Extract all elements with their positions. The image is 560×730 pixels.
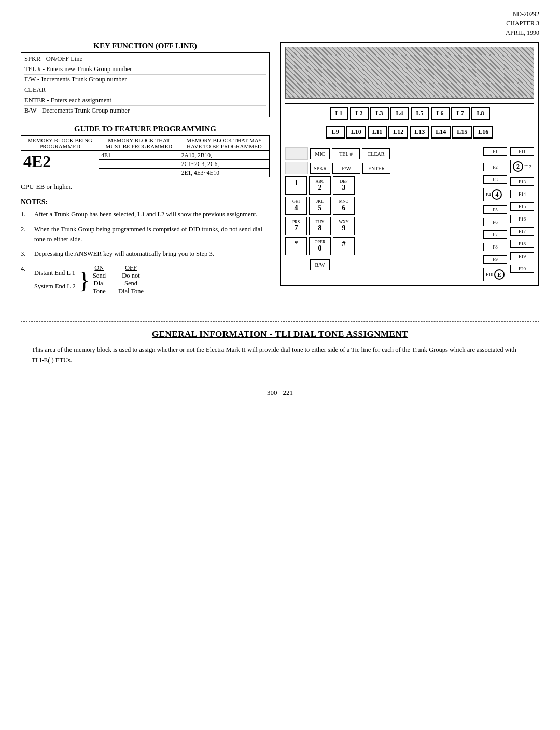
f5-btn[interactable]: F5 [483, 205, 507, 214]
l-btn-10[interactable]: L10 [346, 126, 366, 139]
f6-btn[interactable]: F6 [483, 218, 507, 226]
l-btn-7[interactable]: L7 [451, 107, 470, 120]
l-btn-1[interactable]: L1 [330, 107, 348, 120]
bw-btn[interactable]: B/W [310, 259, 330, 270]
f2-btn[interactable]: F2 [483, 163, 507, 171]
key-4[interactable]: GHI 4 [285, 197, 307, 215]
l-btn-13[interactable]: L13 [410, 126, 429, 139]
fw-btn[interactable]: F/W [332, 163, 360, 174]
f-col-left: F1 F2 F3 F4 4 F5 F6 F7 F8 [483, 147, 507, 281]
l-btn-9[interactable]: L9 [326, 126, 345, 139]
f19-btn[interactable]: F19 [510, 252, 534, 260]
key-0[interactable]: OPER 0 [309, 237, 331, 255]
memory-code: 4E2 [21, 151, 99, 177]
key-function-title: KEY FUNCTION (OFF LINE) [21, 42, 270, 50]
gen-info-title: GENERAL INFORMATION - TLI DIAL TONE ASSI… [32, 329, 528, 339]
cpu-note: CPU-EB or higher. [21, 183, 270, 191]
f15-btn[interactable]: F15 [510, 202, 534, 211]
note-text-0: After a Trunk Group has been selected, L… [34, 210, 257, 219]
kp-numrow4: * OPER 0 # [285, 237, 480, 255]
f13-btn[interactable]: F13 [510, 177, 534, 186]
f4-btn[interactable]: F4 4 [483, 188, 507, 201]
enter-btn[interactable]: ENTER [362, 163, 390, 174]
spkr-btn[interactable]: SPKR [310, 163, 330, 174]
clear-btn[interactable]: CLEAR [362, 148, 390, 159]
note-text-1: When the Trunk Group being programmed is… [34, 225, 270, 244]
note-num-2: 3. [21, 249, 30, 259]
off-line3: Dial Tone [118, 287, 144, 295]
f10-btn[interactable]: F10 E [483, 268, 507, 281]
note-item-1: 2. When the Trunk Group being programmed… [21, 225, 270, 244]
key-star[interactable]: * [285, 237, 307, 255]
notes-section: NOTES: 1. After a Trunk Group has been s… [21, 198, 270, 295]
l-btn-8[interactable]: L8 [471, 107, 490, 120]
f16-btn[interactable]: F16 [510, 215, 534, 223]
l-buttons-row2: L9 L10 L11 L12 L13 L14 L15 L16 [285, 126, 534, 139]
key-hash[interactable]: # [333, 237, 355, 255]
key-3[interactable]: DEF 3 [333, 176, 355, 195]
separator-line1 [285, 103, 534, 104]
f7-btn[interactable]: F7 [483, 230, 507, 239]
note4-num: 4. [21, 265, 30, 273]
phone-body: L1 L2 L3 L4 L5 L6 L7 L8 L9 L10 L11 L12 [280, 42, 539, 286]
key-9[interactable]: WXY 9 [333, 217, 355, 235]
l-buttons-row1: L1 L2 L3 L4 L5 L6 L7 L8 [285, 107, 534, 120]
note4-label2: System End L 2 [34, 280, 76, 293]
f-gap1 [483, 157, 507, 162]
separator-line3 [285, 143, 534, 143]
on-line1: Send [93, 272, 106, 280]
key-2[interactable]: ABC 2 [309, 176, 331, 195]
note4-labels: Distant End L 1 System End L 2 [34, 266, 76, 294]
kf-item-4: ENTER - Enters each assignment [24, 95, 266, 106]
l-btn-16[interactable]: L16 [473, 126, 493, 139]
f-gap8 [483, 252, 507, 254]
l-btn-15[interactable]: L15 [452, 126, 472, 139]
mic-btn[interactable]: MIC [310, 148, 330, 159]
guide-section: GUIDE TO FEATURE PROGRAMMING MEMORY BLOC… [21, 125, 270, 177]
f12-btn[interactable]: 2F12 [510, 160, 534, 173]
circled-E-icon: E [494, 269, 505, 280]
note-text-2: Depressing the ANSWER key will automatic… [34, 249, 214, 259]
l-btn-6[interactable]: L6 [431, 107, 450, 120]
f17-btn[interactable]: F17 [510, 227, 534, 236]
note-num-0: 1. [21, 210, 30, 219]
f1-btn[interactable]: F1 [483, 147, 507, 156]
key-6[interactable]: MNO 6 [333, 197, 355, 215]
l-btn-5[interactable]: L5 [411, 107, 429, 120]
key-1[interactable]: 1 [285, 176, 307, 195]
spacer-bw [285, 257, 308, 270]
l-btn-12[interactable]: L12 [388, 126, 408, 139]
l-btn-4[interactable]: L4 [390, 107, 409, 120]
keypad-main-area: MIC TEL # CLEAR SPKR F/W ENTER [285, 147, 480, 281]
key-5[interactable]: JKL 5 [309, 197, 331, 215]
l-btn-2[interactable]: L2 [350, 107, 369, 120]
f18-btn[interactable]: F18 [510, 240, 534, 248]
l-btn-14[interactable]: L14 [431, 126, 451, 139]
page-number: 300 - 221 [21, 389, 539, 397]
f-gap3 [483, 185, 507, 187]
l-btn-3[interactable]: L3 [370, 107, 389, 120]
kp-row1: MIC TEL # CLEAR [285, 147, 480, 160]
f11-btn[interactable]: F11 [510, 147, 534, 156]
on-line2: Dial [94, 280, 105, 287]
guide-r1c2: 4E1 [99, 151, 179, 160]
f14-btn[interactable]: F14 [510, 190, 534, 198]
key-8[interactable]: TUV 8 [309, 217, 331, 235]
tel-btn[interactable]: TEL # [332, 148, 360, 159]
key-7[interactable]: PRS 7 [285, 217, 307, 235]
f-gap4 [483, 202, 507, 204]
f20-btn[interactable]: F20 [510, 265, 534, 273]
f-gap7 [483, 240, 507, 242]
note4-label1: Distant End L 1 [34, 266, 76, 280]
f9-btn[interactable]: F9 [483, 255, 507, 264]
gen-info-box: GENERAL INFORMATION - TLI DIAL TONE ASSI… [21, 321, 539, 373]
l-btn-11[interactable]: L11 [368, 126, 387, 139]
off-line1: Do not [122, 272, 139, 280]
f3-btn[interactable]: F3 [483, 175, 507, 184]
guide-r3c2 [99, 169, 179, 177]
off-header: OFF [125, 264, 137, 272]
guide-col2-header: MEMORY BLOCK THATMUST BE PROGRAMMED [99, 136, 179, 151]
f8-btn[interactable]: F8 [483, 243, 507, 251]
phone-diagram: L1 L2 L3 L4 L5 L6 L7 L8 L9 L10 L11 L12 [280, 42, 539, 295]
key-function-list: SPKR - ON/OFF Line TEL # - Enters new Tr… [21, 52, 270, 117]
